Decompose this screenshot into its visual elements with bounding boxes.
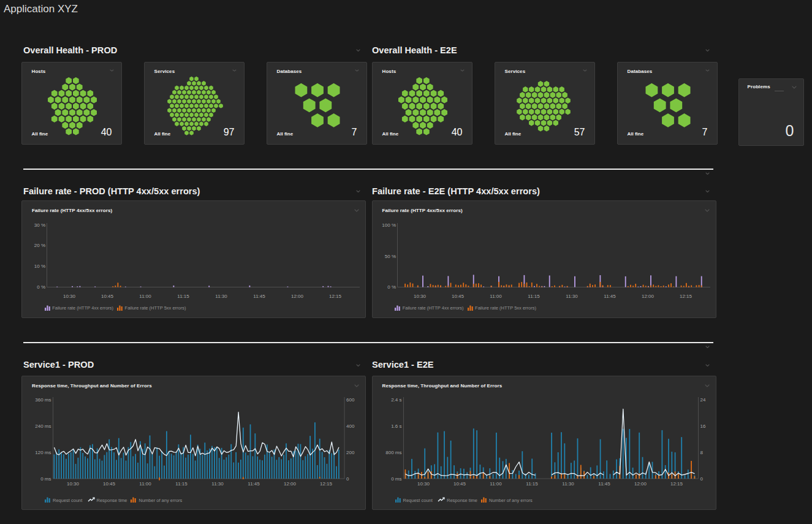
svg-text:2.4 s: 2.4 s xyxy=(391,397,401,403)
svg-text:24: 24 xyxy=(700,397,705,403)
svg-text:10 %: 10 % xyxy=(34,264,45,269)
svg-text:11:45: 11:45 xyxy=(598,481,610,487)
svg-text:11:00: 11:00 xyxy=(139,294,151,299)
svg-text:12:15: 12:15 xyxy=(329,294,342,299)
svg-text:10:45: 10:45 xyxy=(101,294,114,299)
svg-text:0 ms: 0 ms xyxy=(40,476,51,482)
svg-text:11:30: 11:30 xyxy=(566,294,578,299)
svg-text:12:15: 12:15 xyxy=(670,481,683,487)
svg-text:11:45: 11:45 xyxy=(248,481,260,487)
svg-text:11:00: 11:00 xyxy=(490,481,502,487)
svg-text:11:00: 11:00 xyxy=(490,294,502,299)
svg-text:8: 8 xyxy=(700,450,703,455)
svg-text:1.6 s: 1.6 s xyxy=(391,423,401,429)
svg-text:10:45: 10:45 xyxy=(453,481,466,487)
svg-text:11:45: 11:45 xyxy=(604,294,616,299)
svg-text:12:00: 12:00 xyxy=(641,294,654,299)
svg-text:0 %: 0 % xyxy=(387,284,396,290)
svg-text:11:15: 11:15 xyxy=(177,294,189,299)
svg-text:11:15: 11:15 xyxy=(528,294,540,299)
svg-text:10:45: 10:45 xyxy=(451,294,464,299)
svg-text:100 %: 100 % xyxy=(382,222,396,228)
svg-text:10:30: 10:30 xyxy=(67,481,80,487)
svg-text:20 %: 20 % xyxy=(34,243,45,248)
svg-text:12:00: 12:00 xyxy=(291,294,304,299)
svg-text:11:30: 11:30 xyxy=(211,481,224,487)
svg-text:240 ms: 240 ms xyxy=(35,423,51,429)
svg-text:360 ms: 360 ms xyxy=(35,397,51,403)
svg-text:600: 600 xyxy=(346,397,355,403)
svg-text:11:00: 11:00 xyxy=(139,481,151,487)
svg-text:0: 0 xyxy=(700,476,703,482)
svg-text:0 %: 0 % xyxy=(37,284,45,290)
svg-text:0: 0 xyxy=(346,476,349,482)
svg-text:200: 200 xyxy=(346,450,355,455)
svg-text:12:00: 12:00 xyxy=(634,481,647,487)
svg-text:10:30: 10:30 xyxy=(417,481,430,487)
svg-text:10:30: 10:30 xyxy=(63,294,76,299)
svg-text:50 %: 50 % xyxy=(384,254,395,259)
svg-text:12:00: 12:00 xyxy=(284,481,297,487)
svg-text:800 ms: 800 ms xyxy=(385,450,401,455)
svg-text:10:30: 10:30 xyxy=(413,294,426,299)
svg-text:12:15: 12:15 xyxy=(679,294,692,299)
svg-text:12:15: 12:15 xyxy=(320,481,333,487)
svg-text:11:15: 11:15 xyxy=(526,481,538,487)
svg-text:30 %: 30 % xyxy=(34,222,45,228)
svg-text:16: 16 xyxy=(700,423,705,429)
svg-text:10:45: 10:45 xyxy=(103,481,116,487)
svg-text:400: 400 xyxy=(346,423,355,429)
svg-text:0 ms: 0 ms xyxy=(391,476,401,482)
svg-text:11:30: 11:30 xyxy=(215,294,227,299)
svg-text:11:15: 11:15 xyxy=(175,481,188,487)
svg-text:11:30: 11:30 xyxy=(562,481,574,487)
svg-text:11:45: 11:45 xyxy=(253,294,265,299)
svg-text:120 ms: 120 ms xyxy=(35,450,51,455)
